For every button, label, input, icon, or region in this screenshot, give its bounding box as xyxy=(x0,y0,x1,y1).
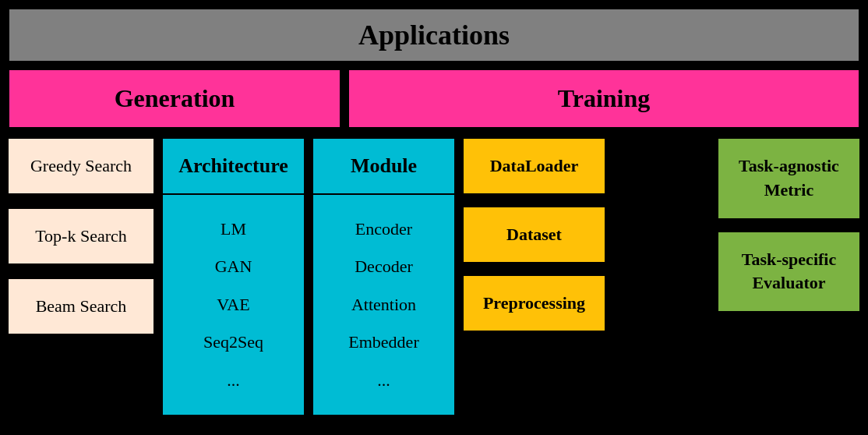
preprocessing-item: Preprocessing xyxy=(462,274,606,332)
architecture-column: Architecture LM GAN VAE Seq2Seq ... xyxy=(161,137,305,416)
arch-lm: LM xyxy=(221,219,246,239)
search-column: Greedy Search Top-k Search Beam Search xyxy=(7,137,155,335)
task-specific-evaluator-item: Task-specific Evaluator xyxy=(717,231,861,313)
generation-box: Generation xyxy=(7,68,342,129)
gen-train-row: Generation Training xyxy=(7,68,861,129)
metric-column: Task-agnostic Metric Task-specific Evalu… xyxy=(612,137,861,313)
training-box: Training xyxy=(347,68,861,129)
training-items-column: DataLoader Dataset Preprocessing xyxy=(462,137,606,332)
module-column: Module Encoder Decoder Attention Embedde… xyxy=(312,137,456,416)
applications-bar: Applications xyxy=(7,7,861,63)
topk-search-item: Top-k Search xyxy=(7,207,155,265)
module-encoder: Encoder xyxy=(355,219,412,239)
arch-ellipsis: ... xyxy=(227,370,240,390)
arch-vae: VAE xyxy=(217,295,249,314)
greedy-search-item: Greedy Search xyxy=(7,137,155,195)
architecture-header: Architecture xyxy=(161,137,305,195)
architecture-body: LM GAN VAE Seq2Seq ... xyxy=(161,195,305,416)
metric-line1: Task-agnostic xyxy=(739,156,839,175)
evaluator-line1: Task-specific xyxy=(742,249,836,269)
metric-line2: Metric xyxy=(764,180,814,200)
module-header: Module xyxy=(312,137,456,195)
module-attention: Attention xyxy=(351,295,416,314)
arch-gan: GAN xyxy=(215,256,252,276)
arch-seq2seq: Seq2Seq xyxy=(203,332,263,352)
beam-search-item: Beam Search xyxy=(7,278,155,335)
module-ellipsis: ... xyxy=(377,370,390,390)
dataloader-item: DataLoader xyxy=(462,137,606,195)
module-body: Encoder Decoder Attention Embedder ... xyxy=(312,195,456,416)
evaluator-line2: Evaluator xyxy=(752,273,825,292)
main-content: Greedy Search Top-k Search Beam Search A… xyxy=(7,137,861,428)
task-agnostic-metric-item: Task-agnostic Metric xyxy=(717,137,861,220)
dataset-item: Dataset xyxy=(462,206,606,263)
module-decoder: Decoder xyxy=(355,256,413,276)
module-embedder: Embedder xyxy=(348,332,418,352)
